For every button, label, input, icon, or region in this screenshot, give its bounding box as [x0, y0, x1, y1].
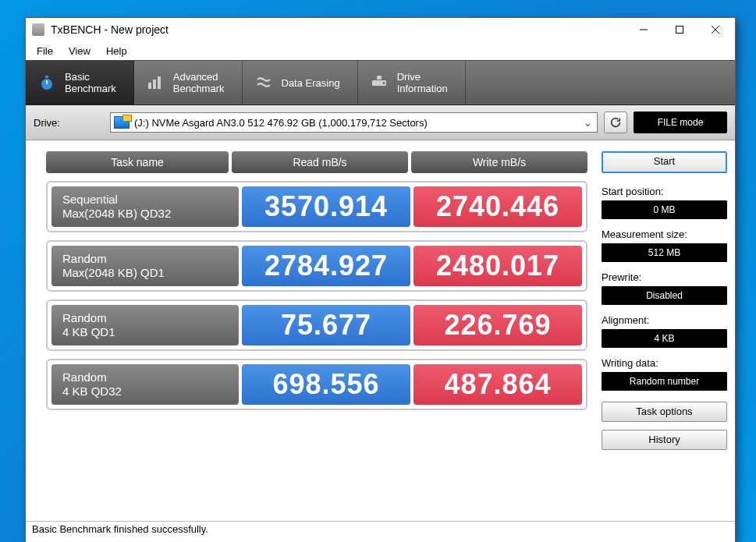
task-options-button[interactable]: Task options: [602, 402, 727, 422]
task-name: Random4 KB QD1: [51, 305, 239, 345]
drive-icon: [369, 73, 389, 93]
chevron-down-icon: ⌄: [581, 117, 594, 129]
refresh-button[interactable]: [604, 112, 627, 133]
prewrite-label: Prewrite:: [602, 271, 727, 283]
tab-bar: BasicBenchmark AdvancedBenchmark Data Er…: [26, 60, 735, 105]
writing-data-label: Writing data:: [602, 357, 727, 369]
side-panel: Start Start position: 0 MB Measurement s…: [602, 151, 727, 516]
title-bar: TxBENCH - New project: [26, 18, 735, 41]
header-write: Write mB/s: [411, 151, 587, 173]
drive-row: Drive: (J:) NVMe Asgard AN3.0 512 476.92…: [26, 105, 735, 140]
header-read: Read mB/s: [232, 151, 408, 173]
read-value: 3570.914: [242, 186, 410, 227]
tab-label: DriveInformation: [397, 71, 448, 94]
write-value: 2740.446: [413, 186, 582, 227]
app-icon: [32, 23, 44, 36]
tab-data-erasing[interactable]: Data Erasing: [243, 61, 358, 105]
status-bar: Basic Benchmark finished successfully.: [26, 521, 735, 542]
drive-selected-text: (J:) NVMe Asgard AN3.0 512 476.92 GB (1,…: [134, 117, 577, 129]
menu-file[interactable]: File: [29, 44, 61, 58]
svg-rect-9: [158, 76, 161, 89]
app-window: TxBENCH - New project File View Help Bas…: [25, 17, 736, 542]
write-value: 226.769: [413, 305, 582, 345]
tab-label: AdvancedBenchmark: [173, 71, 225, 94]
svg-rect-1: [676, 27, 683, 34]
read-value: 698.556: [242, 364, 410, 405]
start-button[interactable]: Start: [602, 151, 727, 173]
alignment-label: Alignment:: [602, 314, 727, 326]
svg-rect-8: [153, 80, 156, 89]
svg-rect-5: [45, 76, 48, 78]
header-row: Task name Read mB/s Write mB/s: [46, 151, 587, 173]
measurement-size-label: Measurement size:: [602, 228, 727, 240]
read-value: 2784.927: [242, 246, 410, 286]
measurement-size-value[interactable]: 512 MB: [602, 243, 727, 262]
writing-data-value[interactable]: Random number: [602, 372, 727, 391]
history-button[interactable]: History: [602, 430, 727, 450]
menu-view[interactable]: View: [61, 44, 98, 58]
tab-label: BasicBenchmark: [65, 71, 116, 94]
tab-advanced-benchmark[interactable]: AdvancedBenchmark: [134, 61, 243, 105]
barchart-icon: [145, 73, 165, 93]
drive-label: Drive:: [34, 117, 104, 129]
stopwatch-icon: [37, 73, 57, 93]
close-button[interactable]: [697, 18, 733, 41]
svg-point-11: [382, 82, 385, 84]
task-name: RandomMax(2048 KB) QD1: [51, 246, 239, 286]
task-name: Random4 KB QD32: [51, 364, 239, 405]
file-mode-button[interactable]: FILE mode: [634, 112, 727, 133]
write-value: 2480.017: [413, 246, 582, 286]
svg-rect-7: [148, 83, 151, 89]
menu-bar: File View Help: [26, 41, 735, 60]
result-row: Random4 KB QD32 698.556 487.864: [46, 359, 587, 410]
tab-drive-information[interactable]: DriveInformation: [358, 61, 466, 105]
tab-label: Data Erasing: [282, 77, 340, 89]
header-task-name: Task name: [46, 151, 229, 173]
read-value: 75.677: [242, 305, 410, 345]
main-area: Task name Read mB/s Write mB/s Sequentia…: [26, 140, 735, 521]
window-title: TxBENCH - New project: [51, 23, 626, 36]
drive-device-icon: [114, 116, 130, 129]
svg-rect-12: [377, 76, 382, 80]
result-row: SequentialMax(2048 KB) QD32 3570.914 274…: [46, 181, 587, 232]
result-row: RandomMax(2048 KB) QD1 2784.927 2480.017: [46, 240, 587, 292]
alignment-value[interactable]: 4 KB: [602, 329, 727, 348]
erase-icon: [254, 73, 274, 93]
menu-help[interactable]: Help: [98, 44, 135, 58]
minimize-button[interactable]: [626, 18, 662, 41]
start-position-value[interactable]: 0 MB: [602, 200, 727, 219]
drive-select[interactable]: (J:) NVMe Asgard AN3.0 512 476.92 GB (1,…: [110, 112, 598, 133]
start-position-label: Start position:: [602, 186, 727, 197]
prewrite-value[interactable]: Disabled: [602, 286, 727, 305]
write-value: 487.864: [413, 364, 582, 405]
maximize-button[interactable]: [662, 18, 697, 41]
results-table: Task name Read mB/s Write mB/s Sequentia…: [46, 151, 587, 516]
result-row: Random4 KB QD1 75.677 226.769: [46, 299, 587, 351]
tab-basic-benchmark[interactable]: BasicBenchmark: [26, 61, 134, 105]
task-name: SequentialMax(2048 KB) QD32: [51, 186, 239, 227]
